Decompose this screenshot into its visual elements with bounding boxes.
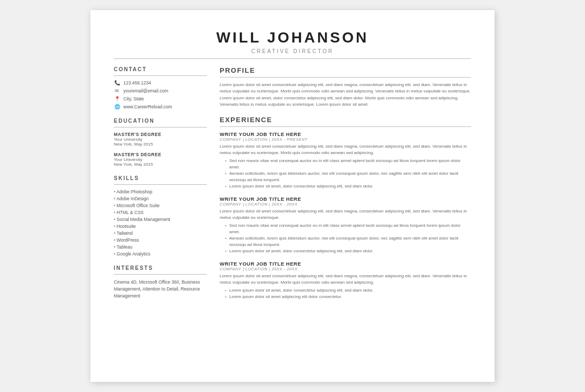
interests-text: Cinema 4D, Microsoft Office 360, Busines…	[114, 279, 207, 299]
skill-6: Hootsuite	[114, 224, 207, 229]
edu-entry-2: MASTER'S DEGREE Your University New York…	[114, 152, 207, 167]
education-divider	[114, 127, 207, 127]
job-meta-2: COMPANY | LOCATION | 20XX - 20XX	[220, 202, 471, 207]
experience-divider	[220, 126, 471, 127]
job-meta-1: COMPANY | LOCATION | 20XX - PRESENT	[220, 137, 471, 142]
job-desc-2: Lorem ipsum dolor sit amet consectetuer …	[220, 208, 471, 221]
contact-location: 📍 City, State	[114, 96, 207, 101]
resume-body: CONTACT 📞 123.456.1234 ✉ youremail@email…	[114, 66, 471, 308]
bullet-1-1: Sed non mauris vitae erat consequat auct…	[225, 158, 471, 171]
edu-entry-1: MASTER'S DEGREE Your University New York…	[114, 132, 207, 147]
skills-section: SKILLS Adobe Photoshop Adobe InDesign Mi…	[114, 175, 207, 257]
edu-degree-1: MASTER'S DEGREE	[114, 132, 207, 137]
bullet-3-1: Lorem ipsum dolor sit amet, dolor consec…	[225, 287, 471, 294]
phone-icon: 📞	[114, 80, 120, 86]
exp-entry-3: WRITE YOUR JOB TITLE HERE COMPANY | LOCA…	[220, 261, 471, 300]
edu-school-2: Your University	[114, 157, 207, 162]
job-desc-1: Lorem ipsum dolor sit amet consectetuer …	[220, 143, 471, 156]
location-text: City, State	[123, 96, 144, 101]
bullet-2-1: Sed non mauris vitae erat consequat auct…	[225, 223, 471, 235]
right-column: PROFILE Lorem ipsum dolor sit amet conse…	[220, 66, 471, 308]
bullet-1-3: Lorem ipsum dolor sit amet, dolor consec…	[225, 183, 471, 190]
email-icon: ✉	[114, 88, 120, 93]
resume-subtitle: CREATIVE DIRECTOR	[114, 48, 471, 54]
edu-date-2: New York, May 2015	[114, 162, 207, 167]
contact-phone: 📞 123.456.1234	[114, 80, 207, 86]
bullet-3-2: Lorem ipsum dolor sit amet adipiscing el…	[225, 294, 471, 300]
experience-section-title: EXPERIENCE	[220, 116, 471, 124]
bullet-1-2: Aenean sollicitudin, lorem quis bibendum…	[225, 171, 471, 183]
skills-list: Adobe Photoshop Adobe InDesign Microsoft…	[114, 189, 207, 257]
skill-1: Adobe Photoshop	[114, 189, 207, 194]
contact-divider	[114, 75, 207, 76]
skill-9: Tableau	[114, 244, 207, 250]
interests-section-title: INTERESTS	[114, 265, 207, 271]
page-wrapper: WILL JOHANSON CREATIVE DIRECTOR CONTACT …	[0, 0, 585, 392]
job-title-3: WRITE YOUR JOB TITLE HERE	[220, 261, 471, 267]
job-bullets-1: Sed non mauris vitae erat consequat auct…	[225, 158, 471, 190]
interests-divider	[114, 274, 207, 275]
contact-section: CONTACT 📞 123.456.1234 ✉ youremail@email…	[114, 66, 207, 109]
skill-10: Google Analytics	[114, 251, 207, 257]
bullet-2-2: Aenean sollicitudin, lorem quis bibendum…	[225, 235, 471, 248]
profile-section-title: PROFILE	[220, 66, 471, 74]
contact-section-title: CONTACT	[114, 66, 207, 72]
location-icon: 📍	[114, 96, 120, 101]
website-url: www.CareerReload.com	[123, 104, 172, 109]
globe-icon: 🌐	[114, 104, 120, 109]
skill-8: WordPress	[114, 237, 207, 243]
education-section-title: EDUCATION	[114, 118, 207, 124]
left-column: CONTACT 📞 123.456.1234 ✉ youremail@email…	[114, 66, 207, 308]
edu-date-1: New York, May 2015	[114, 142, 207, 147]
interests-section: INTERESTS Cinema 4D, Microsoft Office 36…	[114, 265, 207, 299]
job-bullets-2: Sed non mauris vitae erat consequat auct…	[225, 223, 471, 254]
skill-4: HTML & CSS	[114, 210, 207, 215]
edu-school-1: Your University	[114, 137, 207, 142]
exp-entry-2: WRITE YOUR JOB TITLE HERE COMPANY | LOCA…	[220, 196, 471, 254]
job-title-2: WRITE YOUR JOB TITLE HERE	[220, 196, 471, 202]
job-title-1: WRITE YOUR JOB TITLE HERE	[220, 131, 471, 137]
email-address: youremail@email.com	[123, 88, 168, 93]
skill-2: Adobe InDesign	[114, 196, 207, 201]
contact-email: ✉ youremail@email.com	[114, 88, 207, 93]
profile-text: Lorem ipsum dolor sit amet consectetuer …	[220, 82, 471, 108]
skill-5: Social Media Management	[114, 217, 207, 222]
resume-document: WILL JOHANSON CREATIVE DIRECTOR CONTACT …	[90, 10, 495, 382]
job-bullets-3: Lorem ipsum dolor sit amet, dolor consec…	[225, 287, 471, 300]
job-desc-3: Lorem ipsum dolor sit amet consectetuer …	[220, 273, 471, 286]
resume-header: WILL JOHANSON CREATIVE DIRECTOR	[114, 29, 471, 54]
skill-3: Microsoft Office Suite	[114, 203, 207, 208]
profile-section: PROFILE Lorem ipsum dolor sit amet conse…	[220, 66, 471, 108]
header-divider	[114, 58, 471, 59]
skills-section-title: SKILLS	[114, 175, 207, 181]
resume-name: WILL JOHANSON	[114, 29, 471, 46]
job-meta-3: COMPANY | LOCATION | 20XX - 20XX	[220, 267, 471, 271]
skills-divider	[114, 184, 207, 185]
phone-number: 123.456.1234	[123, 80, 151, 86]
exp-entry-1: WRITE YOUR JOB TITLE HERE COMPANY | LOCA…	[220, 131, 471, 190]
education-section: EDUCATION MASTER'S DEGREE Your Universit…	[114, 118, 207, 167]
profile-divider	[220, 77, 471, 78]
experience-section: EXPERIENCE WRITE YOUR JOB TITLE HERE COM…	[220, 116, 471, 300]
skill-7: Tailwind	[114, 231, 207, 236]
edu-degree-2: MASTER'S DEGREE	[114, 152, 207, 157]
bullet-2-3: Lorem ipsum dolor sit amet, dolor consec…	[225, 248, 471, 254]
contact-website: 🌐 www.CareerReload.com	[114, 104, 207, 109]
